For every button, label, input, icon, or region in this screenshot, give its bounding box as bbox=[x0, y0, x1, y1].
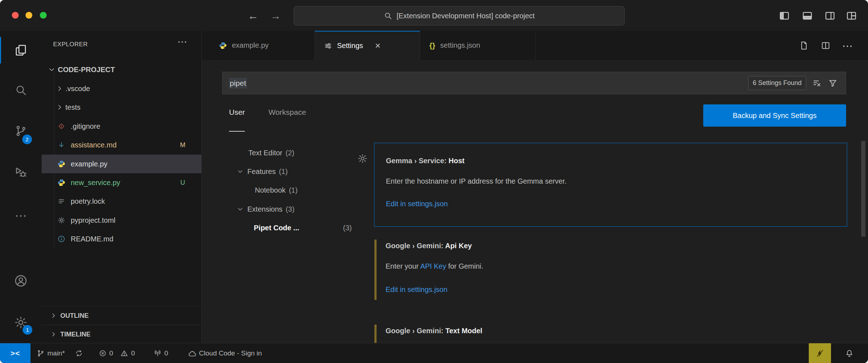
toc-item-extensions[interactable]: Extensions (3) bbox=[236, 202, 294, 216]
clear-search-filters-icon[interactable] bbox=[812, 78, 822, 88]
tree-item-new-service-py[interactable]: new_service.py U bbox=[42, 173, 201, 192]
problems-item[interactable]: 0 0 bbox=[99, 349, 135, 357]
toc-label: Features bbox=[247, 168, 276, 176]
manage-settings-button[interactable]: 1 bbox=[0, 309, 42, 336]
split-editor-button[interactable] bbox=[817, 37, 834, 54]
setting-description: Enter your bbox=[386, 262, 420, 270]
backup-sync-settings-button[interactable]: Backup and Sync Settings bbox=[703, 104, 846, 127]
api-key-link[interactable]: API Key bbox=[420, 262, 446, 270]
tree-item-poetry-lock[interactable]: poetry.lock bbox=[42, 192, 201, 211]
settings-scope-workspace-tab[interactable]: Workspace bbox=[269, 108, 306, 127]
toggle-secondary-sidebar-button[interactable] bbox=[822, 8, 838, 24]
ports-count: 0 bbox=[164, 349, 168, 357]
toml-gear-icon bbox=[57, 216, 65, 224]
customize-layout-button[interactable] bbox=[844, 8, 859, 24]
file-label: pyproject.toml bbox=[71, 216, 116, 225]
settings-notification-badge: 1 bbox=[23, 325, 32, 335]
setting-entry-gemma-service-host[interactable]: Gemma › Service: Host Enter the hostname… bbox=[374, 143, 847, 227]
edit-in-settings-json-link[interactable]: Edit in settings.json bbox=[386, 200, 448, 208]
tree-item-tests[interactable]: tests bbox=[42, 98, 201, 117]
setting-name: Text Model bbox=[445, 327, 482, 335]
run-and-debug-view-button[interactable] bbox=[0, 159, 42, 186]
close-window-button[interactable] bbox=[12, 12, 19, 19]
git-untracked-badge: U bbox=[177, 179, 188, 187]
toc-item-notebook[interactable]: Notebook (1) bbox=[255, 183, 298, 197]
tree-root-folder[interactable]: CODE-PROJECT bbox=[42, 60, 201, 79]
chevron-down-icon bbox=[236, 205, 244, 213]
tab-example-py[interactable]: example.py bbox=[210, 31, 315, 60]
tree-item-gitignore[interactable]: .gitignore bbox=[42, 117, 201, 136]
status-bar: >< main* 0 0 bbox=[0, 343, 868, 363]
tree-item-vscode[interactable]: .vscode bbox=[42, 79, 201, 98]
settings-results-count-badge: 6 Settings Found bbox=[748, 76, 806, 90]
section-label: TIMELINE bbox=[60, 331, 90, 338]
timeline-section-header[interactable]: TIMELINE bbox=[42, 325, 201, 343]
settings-search-input[interactable]: pipet 6 Settings Found bbox=[222, 72, 846, 94]
chevron-right-icon bbox=[50, 312, 57, 320]
search-query-text: pipet bbox=[229, 78, 247, 89]
chevron-down-icon bbox=[236, 168, 244, 175]
toggle-panel-button[interactable] bbox=[799, 8, 815, 24]
tree-item-example-py[interactable]: example.py bbox=[42, 155, 201, 173]
outline-section-header[interactable]: OUTLINE bbox=[42, 306, 201, 325]
chevron-right-icon bbox=[55, 84, 64, 93]
filter-settings-icon[interactable] bbox=[828, 78, 838, 88]
cloud-code-item[interactable]: Cloud Code - Sign in bbox=[188, 349, 262, 357]
open-settings-json-button[interactable] bbox=[795, 37, 812, 54]
more-actions-button[interactable]: ⋯ bbox=[839, 37, 856, 54]
navigate-forward-button[interactable]: → bbox=[269, 9, 283, 23]
notifications-bell-button[interactable] bbox=[839, 343, 860, 363]
chevron-right-icon bbox=[50, 330, 57, 338]
git-branch-item[interactable]: main* bbox=[37, 349, 65, 357]
files-icon bbox=[14, 44, 27, 57]
folder-label: .vscode bbox=[65, 85, 90, 93]
edit-in-settings-json-link[interactable]: Edit in settings.json bbox=[386, 286, 447, 294]
setting-category: Google › Gemini: bbox=[386, 327, 443, 335]
command-center[interactable]: [Extension Development Host] code-projec… bbox=[294, 6, 625, 25]
edit-setting-gear-icon[interactable] bbox=[357, 153, 368, 164]
search-view-button[interactable] bbox=[0, 77, 42, 103]
toc-label: Extensions bbox=[247, 205, 283, 213]
python-file-icon bbox=[57, 179, 65, 187]
explorer-sidebar: EXPLORER ⋯ CODE-PROJECT .vscode tests bbox=[42, 31, 202, 343]
settings-sliders-icon bbox=[324, 42, 332, 50]
setting-entry-google-gemini-text-model[interactable]: Google › Gemini: Text Model bbox=[374, 324, 847, 343]
file-label: assistance.md bbox=[71, 141, 117, 149]
tab-settings[interactable]: Settings × bbox=[315, 31, 420, 60]
source-control-view-button[interactable]: 2 bbox=[0, 118, 42, 144]
warnings-icon bbox=[120, 349, 128, 357]
git-modified-badge: M bbox=[177, 141, 188, 149]
explorer-more-actions-button[interactable]: ⋯ bbox=[177, 36, 187, 48]
command-center-title: [Extension Development Host] code-projec… bbox=[397, 12, 535, 20]
close-tab-icon[interactable]: × bbox=[372, 40, 383, 51]
extension-host-status-button[interactable] bbox=[809, 343, 831, 363]
toc-item-features[interactable]: Features (1) bbox=[236, 164, 288, 179]
toggle-primary-sidebar-button[interactable] bbox=[776, 8, 792, 24]
explorer-view-button[interactable] bbox=[0, 37, 42, 63]
tree-item-assistance-md[interactable]: assistance.md M bbox=[42, 136, 201, 154]
setting-entry-google-gemini-api-key[interactable]: Google › Gemini: Api Key Enter your API … bbox=[374, 239, 847, 311]
settings-scrollbar[interactable] bbox=[861, 141, 865, 237]
editor-tab-bar: example.py Settings × {} settings.json ⋯ bbox=[202, 31, 868, 60]
remote-indicator-button[interactable]: >< bbox=[0, 343, 31, 363]
minimize-window-button[interactable] bbox=[25, 12, 32, 19]
additional-views-button[interactable]: ⋯ bbox=[0, 202, 42, 229]
errors-count: 0 bbox=[109, 349, 113, 357]
navigate-back-button[interactable]: ← bbox=[246, 9, 260, 23]
settings-scope-user-tab[interactable]: User bbox=[229, 108, 245, 132]
ports-item[interactable]: 0 bbox=[154, 349, 168, 357]
file-label: example.py bbox=[71, 160, 107, 168]
run-debug-icon bbox=[14, 166, 27, 179]
toc-count: (2) bbox=[285, 149, 294, 157]
tab-settings-json[interactable]: {} settings.json bbox=[420, 31, 536, 60]
toc-label: Notebook bbox=[255, 186, 286, 194]
tab-label: settings.json bbox=[440, 41, 480, 50]
zoom-window-button[interactable] bbox=[40, 12, 47, 19]
tree-item-pyproject-toml[interactable]: pyproject.toml bbox=[42, 211, 201, 230]
toc-item-text-editor[interactable]: Text Editor (2) bbox=[248, 146, 294, 160]
tree-item-readme-md[interactable]: README.md bbox=[42, 230, 201, 248]
accounts-button[interactable] bbox=[0, 268, 42, 294]
toc-item-pipet-code[interactable]: Pipet Code ... (3) bbox=[254, 221, 352, 235]
sync-changes-icon[interactable] bbox=[75, 349, 83, 357]
modified-setting-indicator bbox=[374, 325, 377, 343]
